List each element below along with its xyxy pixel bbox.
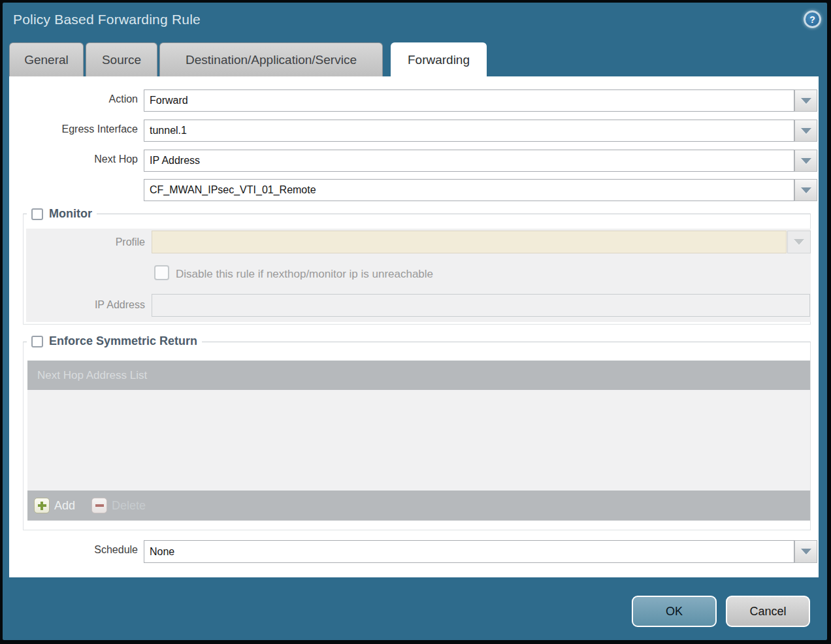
chevron-down-icon: [801, 187, 811, 193]
schedule-dropdown-button[interactable]: [794, 540, 817, 563]
chevron-down-icon: [794, 239, 804, 245]
next-hop-type-input[interactable]: [144, 150, 794, 172]
tab-label: Destination/Application/Service: [186, 53, 357, 67]
profile-label: Profile: [23, 236, 145, 248]
dialog-title: Policy Based Forwarding Rule: [13, 12, 201, 27]
tab-source[interactable]: Source: [86, 42, 157, 76]
next-hop-address-table: Next Hop Address List Add Delete: [27, 361, 810, 521]
egress-interface-label: Egress Interface: [9, 123, 138, 135]
egress-interface-dropdown-button[interactable]: [794, 120, 817, 142]
disable-rule-checkbox[interactable]: [154, 265, 169, 280]
enforce-symmetric-return-legend: Enforce Symmetric Return: [27, 334, 202, 348]
cancel-button[interactable]: Cancel: [726, 596, 810, 627]
monitor-legend-label: Monitor: [49, 207, 92, 221]
tab-forwarding[interactable]: Forwarding: [391, 42, 487, 78]
next-hop-address-table-body[interactable]: [27, 390, 810, 491]
enforce-symmetric-return-legend-label: Enforce Symmetric Return: [49, 334, 197, 348]
disable-rule-label: Disable this rule if nexthop/monitor ip …: [176, 268, 433, 281]
minus-icon: [91, 498, 107, 513]
tab-label: Forwarding: [408, 53, 470, 67]
tab-label: Source: [102, 53, 141, 67]
schedule-input[interactable]: [144, 540, 794, 563]
question-mark-glyph: ?: [809, 14, 815, 25]
tab-general[interactable]: General: [9, 42, 84, 76]
next-hop-address-list-header: Next Hop Address List: [27, 361, 810, 390]
chevron-down-icon: [801, 128, 811, 134]
next-hop-label: Next Hop: [9, 153, 138, 165]
action-dropdown-button[interactable]: [794, 89, 817, 112]
plus-icon: [34, 498, 50, 513]
monitor-ip-address-label: IP Address: [23, 299, 145, 311]
next-hop-address-table-footer: Add Delete: [27, 491, 810, 521]
enforce-symmetric-return-checkbox[interactable]: [31, 336, 43, 347]
add-button-label: Add: [54, 499, 75, 513]
cancel-button-label: Cancel: [749, 605, 786, 619]
add-button[interactable]: Add: [34, 498, 75, 513]
ok-button[interactable]: OK: [632, 596, 717, 627]
action-label: Action: [9, 93, 138, 105]
chevron-down-icon: [801, 549, 811, 555]
next-hop-type-dropdown-button[interactable]: [794, 150, 817, 172]
tab-label: General: [24, 53, 69, 67]
monitor-profile-dropdown-button[interactable]: [787, 231, 811, 253]
monitor-checkbox[interactable]: [31, 208, 43, 220]
pbf-rule-dialog: Policy Based Forwarding Rule ? General S…: [0, 0, 831, 644]
monitor-profile-input[interactable]: [152, 231, 787, 253]
next-hop-address-input[interactable]: [144, 179, 794, 201]
delete-button[interactable]: Delete: [91, 498, 146, 513]
schedule-label: Schedule: [9, 544, 138, 556]
delete-button-label: Delete: [112, 499, 146, 513]
egress-interface-input[interactable]: [144, 120, 794, 142]
ok-button-label: OK: [666, 605, 683, 619]
chevron-down-icon: [801, 98, 811, 104]
chevron-down-icon: [801, 158, 811, 164]
column-header-label: Next Hop Address List: [37, 369, 147, 381]
action-input[interactable]: [144, 89, 794, 112]
next-hop-address-dropdown-button[interactable]: [794, 179, 817, 201]
tab-destination-application-service[interactable]: Destination/Application/Service: [159, 42, 383, 76]
monitor-ip-address-input[interactable]: [152, 294, 810, 317]
help-icon[interactable]: ?: [804, 10, 821, 28]
monitor-legend: Monitor: [27, 207, 97, 221]
